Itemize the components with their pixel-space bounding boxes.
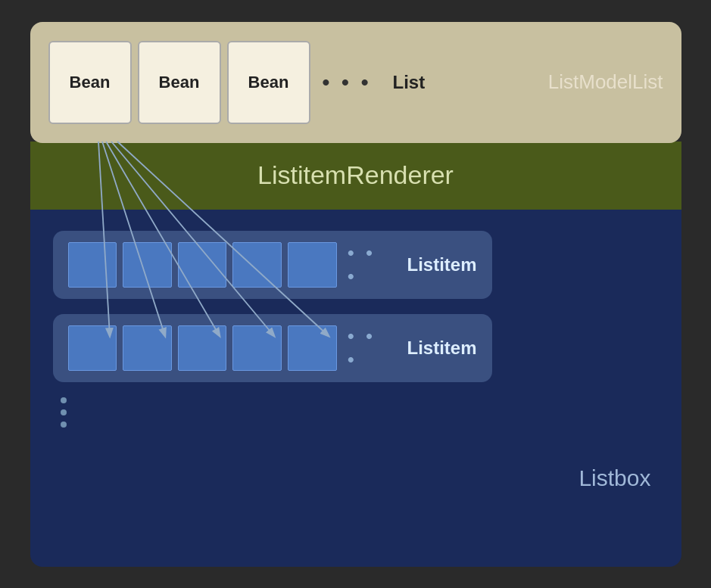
- listitem-cell-2-1: [68, 325, 117, 371]
- bottom-dot-1: [61, 397, 67, 403]
- listitem-cell-2-4: [232, 325, 282, 371]
- listitem-cell-1-3: [178, 242, 227, 288]
- listitem-cell-2-3: [178, 325, 227, 371]
- listitem-cell-2-5: [288, 325, 337, 371]
- bottom-dot-2: [61, 409, 67, 415]
- bottom-dots: [53, 397, 659, 428]
- bottom-dot-3: [61, 422, 67, 428]
- listitem-row-2: • • • Listitem: [53, 314, 492, 382]
- bean-dots: • • •: [323, 70, 372, 95]
- listitem-row-1: • • • Listitem: [53, 231, 492, 299]
- layer-bottom: • • • Listitem • • • Listitem Listbox: [30, 208, 681, 567]
- list-label: List: [392, 72, 425, 93]
- layer-middle: ListitemRenderer: [30, 142, 681, 210]
- listitem-dots-2: • • •: [348, 325, 391, 372]
- listitem-cell-1-5: [288, 242, 337, 288]
- listitem-label-1: Listitem: [407, 254, 477, 275]
- listitem-dots-1: • • •: [348, 241, 391, 288]
- listitem-cell-2-2: [123, 325, 172, 371]
- bean-box-2: Bean: [138, 41, 221, 124]
- diagram-container: Bean Bean Bean • • • List ListModelList …: [30, 22, 681, 567]
- listmodellist-label: ListModelList: [548, 70, 663, 94]
- layer-top: Bean Bean Bean • • • List ListModelList: [30, 22, 681, 143]
- listitem-cell-1-4: [232, 242, 282, 288]
- listitemrenderer-label: ListitemRenderer: [257, 160, 454, 190]
- bean-box-1: Bean: [48, 41, 132, 124]
- diagram-wrapper: Bean Bean Bean • • • List ListModelList …: [30, 22, 681, 567]
- listitem-label-2: Listitem: [407, 338, 477, 359]
- bean-list: Bean Bean Bean • • • List: [48, 41, 533, 124]
- listbox-label: Listbox: [578, 465, 650, 491]
- listitem-cell-1-2: [123, 242, 172, 288]
- bean-box-3: Bean: [227, 41, 310, 124]
- listitem-cell-1-1: [68, 242, 117, 288]
